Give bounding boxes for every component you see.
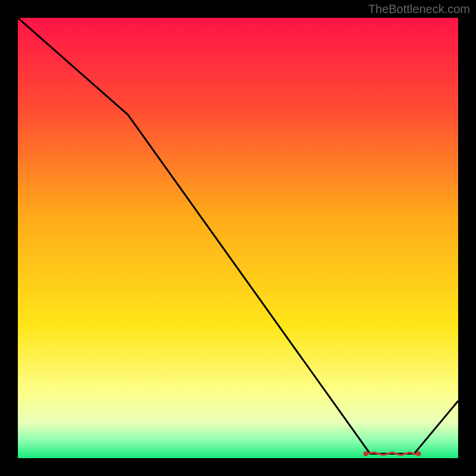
watermark-text: TheBottleneck.com: [368, 2, 470, 16]
chart-plot-area: [18, 18, 458, 458]
chart-line-layer: [18, 18, 458, 458]
bottleneck-curve: [18, 18, 458, 454]
